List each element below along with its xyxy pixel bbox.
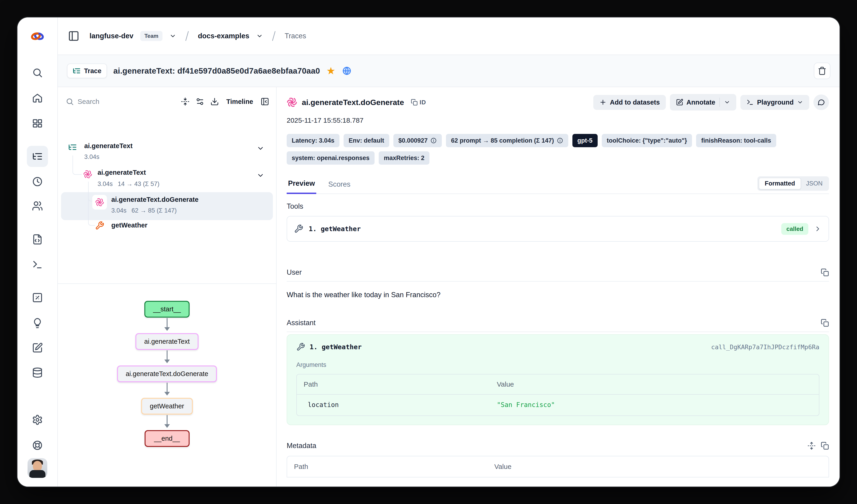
tool-definition-row[interactable]: 1. getWeather called xyxy=(287,216,829,242)
database-icon[interactable] xyxy=(30,365,45,380)
chevron-down-icon[interactable] xyxy=(256,33,263,39)
copy-icon xyxy=(411,99,418,106)
user-avatar[interactable] xyxy=(28,458,47,478)
tree-toolbar: Timeline xyxy=(58,87,276,108)
insights-lightbulb-icon[interactable] xyxy=(30,316,45,330)
json-option[interactable]: JSON xyxy=(801,178,828,189)
collapse-panel-icon[interactable] xyxy=(261,97,269,106)
langfuse-logo[interactable] xyxy=(30,29,45,44)
search-nav-icon[interactable] xyxy=(30,65,45,80)
support-lifebuoy-icon[interactable] xyxy=(30,438,45,453)
token-usage-value: 62 prompt → 85 completion (Σ 147) xyxy=(451,137,554,144)
chevron-right-icon[interactable] xyxy=(814,225,822,233)
id-label: ID xyxy=(420,99,426,106)
tree-row-title[interactable]: ai.generateText xyxy=(84,141,133,151)
search-input[interactable] xyxy=(78,98,128,105)
tree-row-metrics: 3.04s 14 → 43 (Σ 57) xyxy=(98,180,159,188)
graph-node-getweather[interactable]: getWeather xyxy=(141,398,193,415)
breadcrumb-project[interactable]: langfuse-dev xyxy=(89,32,133,40)
chevron-down-icon[interactable] xyxy=(257,144,264,152)
user-message: What is the weather like today in San Fr… xyxy=(287,290,829,300)
finishreason-badge: finishReason: tool-calls xyxy=(696,134,776,147)
system-badge: system: openai.responses xyxy=(287,151,374,164)
prompts-terminal-icon[interactable] xyxy=(30,257,45,272)
tool-call-name: 1. getWeather xyxy=(309,343,362,351)
trace-type-badge: Trace xyxy=(67,64,107,78)
tab-preview[interactable]: Preview xyxy=(287,179,316,194)
public-globe-icon[interactable] xyxy=(342,66,352,76)
arguments-label: Arguments xyxy=(296,361,819,368)
graph-node-dogenerate[interactable]: ai.generateText.doGenerate xyxy=(117,365,217,382)
breadcrumb-environment[interactable]: docs-examples xyxy=(198,32,249,40)
latency-badge: Latency: 3.04s xyxy=(287,134,339,147)
env-badge: Env: default xyxy=(343,134,389,147)
tree-row-title[interactable]: getWeather xyxy=(111,221,147,230)
formatted-option[interactable]: Formatted xyxy=(759,178,801,189)
tree-row-title-selected[interactable]: ai.generateText.doGenerate xyxy=(111,195,199,204)
graph-node-generate[interactable]: ai.generateText xyxy=(135,333,198,350)
table-row: location "San Francisco" xyxy=(297,395,819,416)
cost-badge[interactable]: $0.000927 xyxy=(393,134,442,147)
token-usage-badge[interactable]: 62 prompt → 85 completion (Σ 147) xyxy=(446,134,568,147)
action-buttons: Add to datasets Annotate Playground xyxy=(593,94,829,110)
copy-icon[interactable] xyxy=(821,441,829,450)
playground-label: Playground xyxy=(757,99,794,106)
app-window: langfuse-dev Team docs-examples Traces T… xyxy=(17,17,840,487)
graph-edge-arrow xyxy=(167,383,168,395)
playground-button[interactable]: Playground xyxy=(740,95,809,110)
add-to-datasets-label: Add to datasets xyxy=(610,99,660,106)
dashboards-icon[interactable] xyxy=(30,116,45,131)
tool-wrench-icon xyxy=(95,221,104,230)
maxretries-badge: maxRetries: 2 xyxy=(379,151,430,164)
breadcrumb-section[interactable]: Traces xyxy=(285,32,306,40)
model-badge[interactable]: gpt-5 xyxy=(572,134,598,147)
argument-path: location xyxy=(297,395,490,416)
bookmark-star-icon[interactable]: ★ xyxy=(326,66,335,76)
format-toggle: Formatted JSON xyxy=(757,176,829,191)
tab-scores[interactable]: Scores xyxy=(327,180,352,193)
chevron-down-icon[interactable] xyxy=(169,33,176,39)
timeline-toggle[interactable]: Timeline xyxy=(226,98,253,105)
collapse-all-icon[interactable] xyxy=(181,97,189,106)
settings-gear-icon[interactable] xyxy=(30,413,45,427)
expand-vertical-icon[interactable] xyxy=(807,441,816,450)
column-header-path: Path xyxy=(287,456,487,477)
copy-icon[interactable] xyxy=(821,268,829,277)
top-bar: langfuse-dev Team docs-examples Traces xyxy=(58,17,840,55)
terminal-icon xyxy=(746,99,754,106)
tree-search[interactable] xyxy=(66,98,175,106)
generation-span-icon xyxy=(83,170,92,179)
home-icon[interactable] xyxy=(30,91,45,105)
comment-bubble-icon xyxy=(817,98,825,106)
tracing-nav-active[interactable] xyxy=(27,146,48,167)
delete-trace-button[interactable] xyxy=(814,63,830,79)
chevron-down-icon[interactable] xyxy=(257,172,264,179)
evals-percent-icon[interactable] xyxy=(30,290,45,305)
trace-header-bar: Trace ai.generateText: df41e597d0a85e0d7… xyxy=(58,55,840,87)
trace-icon xyxy=(68,143,77,152)
tools-heading: Tools xyxy=(287,202,829,210)
team-badge: Team xyxy=(140,31,163,41)
datasets-file-icon[interactable] xyxy=(30,232,45,247)
graph-node-end[interactable]: __end__ xyxy=(145,430,189,447)
annotate-button[interactable]: Annotate xyxy=(670,94,737,110)
list-tree-icon xyxy=(72,67,81,75)
tree-row-metrics: 3.04s 62 → 85 (Σ 147) xyxy=(111,206,177,215)
annotations-pen-icon[interactable] xyxy=(30,341,45,355)
user-heading: User xyxy=(287,268,302,277)
copy-icon[interactable] xyxy=(821,319,829,327)
add-to-datasets-button[interactable]: Add to datasets xyxy=(593,95,666,110)
copy-id-button[interactable]: ID xyxy=(411,99,426,106)
tree-settings-icon[interactable] xyxy=(196,97,204,106)
users-icon[interactable] xyxy=(30,198,45,213)
token-usage: 62 → 85 (Σ 147) xyxy=(132,206,177,215)
comments-button[interactable] xyxy=(813,94,829,110)
download-icon[interactable] xyxy=(210,97,219,106)
graph-node-start[interactable]: __start__ xyxy=(144,301,189,317)
metadata-section-header: Metadata xyxy=(287,441,829,450)
tree-row-title[interactable]: ai.generateText xyxy=(98,168,146,177)
sessions-clock-icon[interactable] xyxy=(30,174,45,189)
sidebar-toggle-icon[interactable] xyxy=(68,30,80,42)
info-icon xyxy=(557,137,563,144)
search-icon xyxy=(66,98,74,106)
